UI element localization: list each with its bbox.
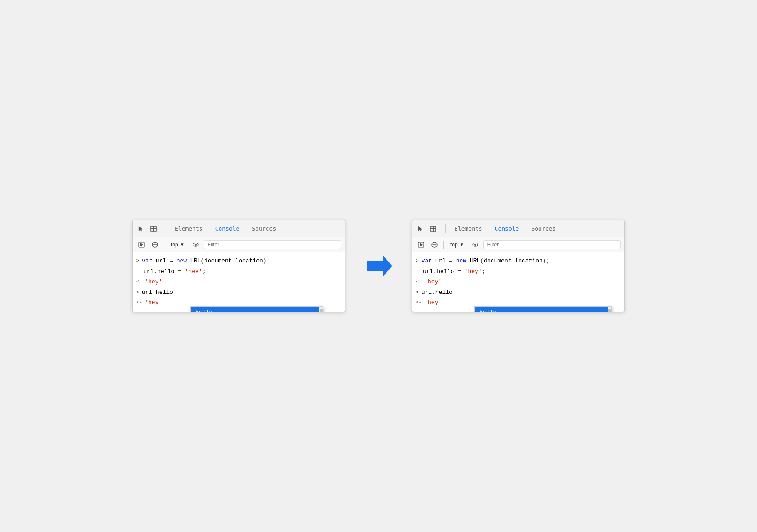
svg-rect-11 <box>430 226 433 229</box>
left-filter-input[interactable] <box>204 240 341 249</box>
left-code-2: url.hello = 'hey'; <box>143 267 205 276</box>
left-console-content: > var url = new URL(document.location); … <box>133 252 345 312</box>
svg-marker-16 <box>420 243 423 246</box>
left-arrow-5: <- <box>136 299 142 306</box>
right-tab-bar: Elements Console Sources <box>412 220 624 237</box>
left-scrollbar-thumb <box>320 309 323 312</box>
left-toolbar: top ▼ <box>133 237 345 252</box>
right-scrollbar[interactable] <box>608 307 611 312</box>
run-icon[interactable] <box>136 239 147 250</box>
left-autocomplete-dropdown[interactable]: hello __defineGetter__ __defineSetter__ … <box>190 306 323 312</box>
right-arrow-5: <- <box>416 299 422 306</box>
eye-icon[interactable] <box>190 239 201 250</box>
svg-rect-3 <box>154 229 156 231</box>
left-tab-divider <box>166 224 166 233</box>
left-code-4: url.hello <box>142 288 173 297</box>
right-toolbar-icons <box>416 224 438 234</box>
left-tab-elements[interactable]: Elements <box>170 223 208 235</box>
svg-rect-1 <box>154 226 156 229</box>
right-cursor-icon[interactable] <box>416 224 426 234</box>
left-top-label: top <box>171 242 178 248</box>
left-toolbar-icons <box>136 224 158 234</box>
svg-rect-2 <box>151 229 154 231</box>
right-arrow-4: > <box>416 289 419 296</box>
right-dropdown-arrow: ▼ <box>460 242 464 247</box>
svg-rect-13 <box>430 229 433 231</box>
left-arrow-1: > <box>136 257 139 265</box>
right-code-2: url.hello = 'hey'; <box>423 267 485 276</box>
svg-point-9 <box>195 244 197 246</box>
svg-rect-12 <box>433 226 436 229</box>
left-arrow-3: <- <box>136 278 142 286</box>
right-tab-sources[interactable]: Sources <box>526 223 561 235</box>
right-toolbar-divider <box>443 241 444 249</box>
left-output-3: 'hey' <box>145 278 162 286</box>
right-line-2: url.hello = 'hey'; <box>419 266 624 277</box>
clear-icon[interactable] <box>150 239 160 250</box>
left-tab-bar: Elements Console Sources <box>133 220 345 237</box>
left-toolbar-divider <box>164 241 164 249</box>
right-arrow-icon <box>363 254 394 278</box>
right-partial-output: 'hey <box>424 298 438 307</box>
svg-point-20 <box>474 244 476 246</box>
right-tab-console[interactable]: Console <box>489 223 524 235</box>
right-output-3: 'hey' <box>424 278 442 286</box>
right-clear-icon[interactable] <box>429 239 440 250</box>
left-dropdown-arrow: ▼ <box>180 242 185 247</box>
right-filter-input[interactable] <box>483 240 621 249</box>
left-tab-sources[interactable]: Sources <box>246 223 281 235</box>
left-devtools-panel: Elements Console Sources top <box>132 220 345 312</box>
right-autocomplete-wrapper: <- 'hey hello hash host hostname href or… <box>412 297 624 308</box>
right-tab-divider <box>445 224 446 233</box>
svg-marker-10 <box>367 255 392 277</box>
svg-marker-5 <box>140 243 143 246</box>
left-partial-output: 'hey <box>145 298 158 307</box>
right-line-3: <- 'hey' <box>412 277 624 287</box>
right-run-icon[interactable] <box>416 239 426 250</box>
left-arrow-4: > <box>136 289 139 296</box>
left-line-1: > var url = new URL(document.location); <box>133 256 345 266</box>
left-autocomplete-wrapper: <- 'hey hello __defineGetter__ __defineS… <box>133 297 345 308</box>
right-code-1: var url = new URL(document.location); <box>422 257 550 266</box>
right-scrollbar-thumb <box>608 309 611 312</box>
right-line-1: > var url = new URL(document.location); <box>412 256 624 266</box>
right-autocomplete-dropdown[interactable]: hello hash host hostname href origin pas… <box>474 306 612 312</box>
left-tab-console[interactable]: Console <box>210 223 245 235</box>
right-eye-icon[interactable] <box>470 239 481 250</box>
inspect-icon[interactable] <box>149 224 158 234</box>
cursor-icon[interactable] <box>136 224 146 234</box>
right-toolbar: top ▼ <box>412 237 624 252</box>
left-line-2: url.hello = 'hey'; <box>140 266 345 277</box>
right-autocomplete-item-hello[interactable]: hello <box>475 307 611 312</box>
right-line-4: > url.hello <box>412 287 624 298</box>
svg-rect-0 <box>151 226 154 229</box>
right-arrow-3: <- <box>416 278 422 286</box>
right-inspect-icon[interactable] <box>428 224 438 234</box>
left-autocomplete-item-hello[interactable]: hello <box>191 307 323 312</box>
right-top-selector[interactable]: top ▼ <box>447 240 467 249</box>
right-code-4: url.hello <box>422 288 453 297</box>
left-line-3: <- 'hey' <box>133 277 345 287</box>
left-top-selector[interactable]: top ▼ <box>168 240 188 249</box>
right-console-content: > var url = new URL(document.location); … <box>412 252 624 312</box>
right-arrow-1: > <box>416 257 419 265</box>
left-line-4: > url.hello <box>133 287 345 298</box>
svg-rect-14 <box>433 229 436 231</box>
right-tab-elements[interactable]: Elements <box>449 223 488 235</box>
left-code-1: var url = new URL(document.location); <box>142 257 270 266</box>
right-devtools-panel: Elements Console Sources top ▼ <box>412 220 625 312</box>
main-container: Elements Console Sources top <box>132 220 625 312</box>
arrow-connector <box>363 254 394 278</box>
right-top-label: top <box>450 242 458 248</box>
left-scrollbar[interactable] <box>319 307 323 312</box>
